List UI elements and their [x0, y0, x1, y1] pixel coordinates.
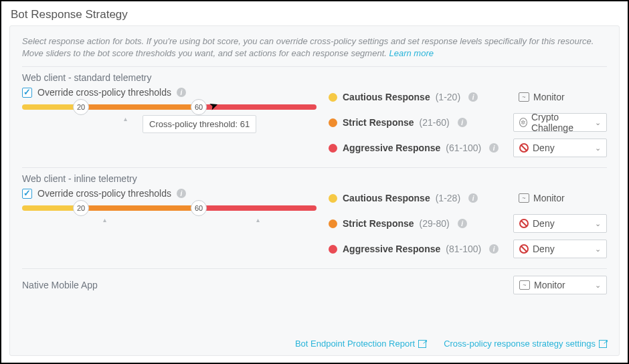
- response-row-strict: Strict Response (29-80) i Deny ⌄: [329, 213, 607, 234]
- description: Select response action for bots. If you'…: [22, 35, 607, 60]
- override-label: Override cross-policy thresholds: [37, 87, 171, 98]
- chevron-down-icon: ⌄: [595, 219, 601, 228]
- section-standard-telemetry: Web client - standard telemetry Override…: [22, 66, 607, 167]
- external-link-icon: [599, 340, 607, 348]
- info-icon[interactable]: i: [489, 143, 499, 153]
- action-select[interactable]: ✲ Crypto Challenge ⌄: [513, 113, 607, 132]
- deny-icon: [519, 219, 529, 228]
- override-checkbox[interactable]: [22, 88, 32, 98]
- dot-icon: [329, 219, 337, 228]
- response-row-strict: Strict Response (21-60) i ✲ Crypto Chall…: [329, 112, 607, 132]
- response-row-cautious: Cautious Response (1-20) i Monitor: [329, 87, 607, 107]
- action-select[interactable]: Deny ⌄: [513, 139, 607, 157]
- deny-icon: [519, 143, 529, 153]
- threshold-tooltip: Cross-policy threshold: 61: [143, 115, 256, 133]
- threshold-slider[interactable]: 20 60: [22, 205, 317, 211]
- info-icon[interactable]: i: [468, 92, 478, 102]
- dot-icon: [329, 118, 337, 127]
- slider-handle[interactable]: 20: [73, 99, 89, 115]
- monitor-icon: [519, 280, 530, 290]
- cursor-icon: ➤: [207, 98, 220, 113]
- section-title: Web client - inline telemetry: [22, 173, 607, 184]
- info-icon[interactable]: i: [468, 193, 478, 203]
- threshold-slider[interactable]: 20 60: [22, 104, 317, 110]
- section-inline-telemetry: Web client - inline telemetry Override c…: [22, 167, 607, 268]
- slider-ticks: ▴ ▴: [22, 224, 317, 231]
- chevron-down-icon: ⌄: [595, 118, 601, 127]
- monitor-icon: [519, 193, 529, 203]
- info-icon[interactable]: i: [458, 118, 467, 127]
- external-link-icon: [418, 340, 426, 348]
- response-row-aggressive: Aggressive Response (61-100) i Deny ⌄: [329, 138, 607, 158]
- native-label: Native Mobile App: [22, 280, 98, 290]
- footer-report-link[interactable]: Bot Endpoint Protection Report: [295, 339, 426, 349]
- learn-more-link[interactable]: Learn more: [389, 48, 433, 58]
- slider-handle[interactable]: 60: [191, 200, 207, 216]
- panel-title: Bot Response Strategy: [11, 8, 620, 21]
- info-icon[interactable]: i: [177, 189, 186, 198]
- deny-icon: [519, 244, 529, 254]
- chevron-down-icon: ⌄: [595, 144, 601, 153]
- slider-handle[interactable]: 60: [191, 99, 207, 115]
- dot-icon: [329, 245, 337, 254]
- action-monitor: Monitor: [513, 189, 607, 207]
- override-label: Override cross-policy thresholds: [37, 188, 171, 199]
- dot-icon: [329, 93, 337, 102]
- response-row-aggressive: Aggressive Response (81-100) i Deny ⌄: [329, 239, 607, 259]
- info-icon[interactable]: i: [458, 219, 467, 228]
- action-monitor: Monitor: [513, 88, 607, 106]
- dot-icon: [329, 194, 337, 203]
- info-icon[interactable]: i: [489, 244, 499, 254]
- section-title: Web client - standard telemetry: [22, 72, 607, 83]
- override-checkbox[interactable]: [22, 189, 32, 199]
- action-select[interactable]: Deny ⌄: [513, 214, 607, 233]
- monitor-icon: [519, 92, 529, 102]
- slider-handle[interactable]: 20: [73, 200, 89, 216]
- chevron-down-icon: ⌄: [595, 281, 601, 290]
- action-select[interactable]: Monitor ⌄: [513, 276, 607, 294]
- response-row-cautious: Cautious Response (1-28) i Monitor: [329, 188, 607, 208]
- crypto-icon: ✲: [519, 118, 527, 127]
- section-native-mobile: Native Mobile App Monitor ⌄: [22, 268, 607, 294]
- action-select[interactable]: Deny ⌄: [513, 240, 607, 258]
- chevron-down-icon: ⌄: [595, 245, 601, 254]
- dot-icon: [329, 144, 337, 153]
- info-icon[interactable]: i: [177, 88, 186, 97]
- footer-settings-link[interactable]: Cross-policy response strategy settings: [444, 339, 607, 349]
